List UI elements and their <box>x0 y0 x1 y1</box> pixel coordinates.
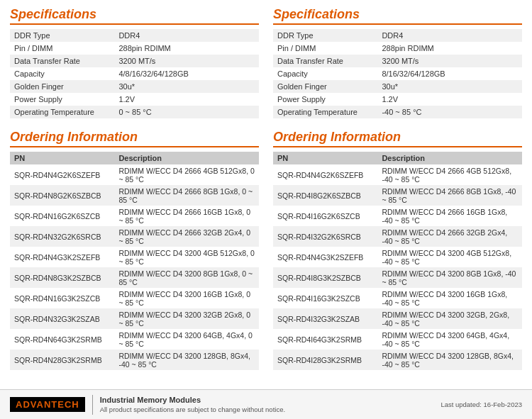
table-row: SQR-RD4I8G3K2SZBCBRDIMM W/ECC D4 3200 8G… <box>273 267 522 288</box>
table-row: Operating Temperature0 ~ 85 °C <box>10 106 259 118</box>
table-row: SQR-RD4N8G2K6SZBCBRDIMM W/ECC D4 2666 8G… <box>10 185 259 206</box>
right-order-title: Ordering Information <box>273 130 522 147</box>
order-desc: RDIMM W/ECC D4 3200 64GB, 4Gx4, 0 ~ 85 °… <box>114 329 259 350</box>
footer-divider <box>92 395 93 415</box>
table-row: SQR-RD4N4G3K2SZEFBRDIMM W/ECC D4 3200 4G… <box>273 247 522 267</box>
order-pn: SQR-RD4I8G2K6SZBCB <box>273 185 377 206</box>
order-desc: RDIMM W/ECC D4 3200 4GB 512Gx8, -40 ~ 85… <box>377 247 522 267</box>
spec-value: 0 ~ 85 °C <box>114 106 259 118</box>
order-desc: RDIMM W/ECC D4 2666 8GB 1Gx8, -40 ~ 85 °… <box>377 185 522 206</box>
table-row: Golden Finger30u* <box>273 80 522 93</box>
order-desc: RDIMM W/ECC D4 2666 16GB 1Gx8, -40 ~ 85 … <box>377 206 522 226</box>
footer: ADVANTECH Industrial Memory Modules All … <box>0 389 532 419</box>
footer-updated: Last updated: 16-Feb-2023 <box>440 401 522 408</box>
order-pn: SQR-RD4I32G3K2SZAB <box>273 308 377 329</box>
order-desc: RDIMM W/ECC D4 2666 32GB 2Gx4, 0 ~ 85 °C <box>114 226 259 247</box>
footer-bottom: Industrial Memory Modules All product sp… <box>100 396 441 413</box>
order-header: Description <box>114 152 259 164</box>
left-column: Specifications DDR TypeDDR4Pin / DIMM288… <box>10 7 259 370</box>
spec-value: 30u* <box>377 80 522 93</box>
order-pn: SQR-RD4N4G2K6SZEFB <box>10 164 114 185</box>
order-desc: RDIMM W/ECC D4 3200 32GB 2Gx8, 0 ~ 85 °C <box>114 308 259 329</box>
spec-value: -40 ~ 85 °C <box>377 106 522 118</box>
table-row: SQR-RD4I16G3K2SZCBRDIMM W/ECC D4 3200 16… <box>273 288 522 308</box>
spec-value: DDR4 <box>377 29 522 42</box>
table-row: SQR-RD4N64G3K2SRMBRDIMM W/ECC D4 3200 64… <box>10 329 259 350</box>
spec-label: Power Supply <box>10 93 114 106</box>
table-row: Pin / DIMM288pin RDIMM <box>273 42 522 55</box>
left-order-table: PNDescription SQR-RD4N4G2K6SZEFBRDIMM W/… <box>10 152 259 370</box>
order-pn: SQR-RD4I8G3K2SZBCB <box>273 267 377 288</box>
footer-left: ADVANTECH Industrial Memory Modules All … <box>10 395 440 415</box>
order-pn: SQR-RD4N4G3K2SZEFB <box>273 247 377 267</box>
table-row: SQR-RD4N32G3K2SZABRDIMM W/ECC D4 3200 32… <box>10 308 259 329</box>
spec-label: Pin / DIMM <box>10 42 114 55</box>
order-desc: RDIMM W/ECC D4 3200 8GB 1Gx8, 0 ~ 85 °C <box>114 267 259 288</box>
table-row: Power Supply1.2V <box>10 93 259 106</box>
table-row: SQR-RD4N8G3K2SZBCBRDIMM W/ECC D4 3200 8G… <box>10 267 259 288</box>
spec-value: 30u* <box>114 80 259 93</box>
table-row: SQR-RD4N28G3K2SRMBRDIMM W/ECC D4 3200 12… <box>10 350 259 370</box>
spec-label: Data Transfer Rate <box>273 55 377 67</box>
spec-value: 1.2V <box>377 93 522 106</box>
order-pn: SQR-RD4N8G2K6SZBCB <box>10 185 114 206</box>
right-order-table: PNDescription SQR-RD4N4G2K6SZEFBRDIMM W/… <box>273 152 522 370</box>
order-desc: RDIMM W/ECC D4 2666 16GB 1Gx8, 0 ~ 85 °C <box>114 206 259 226</box>
spec-label: Power Supply <box>273 93 377 106</box>
table-row: SQR-RD4N32G2K6SRCBRDIMM W/ECC D4 2666 32… <box>10 226 259 247</box>
order-desc: RDIMM W/ECC D4 3200 64GB, 4Gx4, -40 ~ 85… <box>377 329 522 350</box>
order-header: Description <box>377 152 522 164</box>
advantech-logo: ADVANTECH <box>10 397 85 412</box>
table-row: Pin / DIMM288pin RDIMM <box>10 42 259 55</box>
order-pn: SQR-RD4N16G3K2SZCB <box>10 288 114 308</box>
order-pn: SQR-RD4N32G2K6SRCB <box>10 226 114 247</box>
spec-label: Golden Finger <box>10 80 114 93</box>
order-desc: RDIMM W/ECC D4 2666 32GB 2Gx4, -40 ~ 85 … <box>377 226 522 247</box>
spec-value: 288pin RDIMM <box>377 42 522 55</box>
spec-value: 288pin RDIMM <box>114 42 259 55</box>
left-spec-title: Specifications <box>10 7 259 25</box>
order-pn: SQR-RD4N8G3K2SZBCB <box>10 267 114 288</box>
right-spec-table: DDR TypeDDR4Pin / DIMM288pin RDIMMData T… <box>273 29 522 118</box>
footer-tagline: Industrial Memory Modules <box>100 396 441 404</box>
order-desc: RDIMM W/ECC D4 3200 16GB 1Gx8, 0 ~ 85 °C <box>114 288 259 308</box>
order-header: PN <box>273 152 377 164</box>
table-row: SQR-RD4I32G3K2SZABRDIMM W/ECC D4 3200 32… <box>273 308 522 329</box>
spec-label: Operating Temperature <box>10 106 114 118</box>
table-row: SQR-RD4N16G3K2SZCBRDIMM W/ECC D4 3200 16… <box>10 288 259 308</box>
spec-label: Capacity <box>10 67 114 80</box>
spec-label: Golden Finger <box>273 80 377 93</box>
order-pn: SQR-RD4N4G3K2SZEFB <box>10 247 114 267</box>
table-row: Golden Finger30u* <box>10 80 259 93</box>
order-pn: SQR-RD4N16G2K6SZCB <box>10 206 114 226</box>
order-pn: SQR-RD4I16G3K2SZCB <box>273 288 377 308</box>
order-desc: RDIMM W/ECC D4 2666 4GB 512Gx8, -40 ~ 85… <box>377 164 522 185</box>
brand-accent: AD <box>16 399 31 410</box>
spec-label: DDR Type <box>10 29 114 42</box>
table-row: SQR-RD4I32G2K6SRCBRDIMM W/ECC D4 2666 32… <box>273 226 522 247</box>
spec-label: Capacity <box>273 67 377 80</box>
spec-value: 8/16/32/64/128GB <box>377 67 522 80</box>
order-pn: SQR-RD4N4G2K6SZEFB <box>273 164 377 185</box>
order-pn: SQR-RD4N64G3K2SRMB <box>10 329 114 350</box>
spec-value: 3200 MT/s <box>114 55 259 67</box>
order-desc: RDIMM W/ECC D4 2666 4GB 512Gx8, 0 ~ 85 °… <box>114 164 259 185</box>
table-row: Data Transfer Rate3200 MT/s <box>273 55 522 67</box>
order-pn: SQR-RD4I64G3K2SRMB <box>273 329 377 350</box>
left-spec-table: DDR TypeDDR4Pin / DIMM288pin RDIMMData T… <box>10 29 259 118</box>
table-row: DDR TypeDDR4 <box>10 29 259 42</box>
table-row: SQR-RD4N16G2K6SZCBRDIMM W/ECC D4 2666 16… <box>10 206 259 226</box>
spec-label: Operating Temperature <box>273 106 377 118</box>
table-row: SQR-RD4I64G3K2SRMBRDIMM W/ECC D4 3200 64… <box>273 329 522 350</box>
order-header: PN <box>10 152 114 164</box>
spec-label: DDR Type <box>273 29 377 42</box>
table-row: Operating Temperature-40 ~ 85 °C <box>273 106 522 118</box>
table-row: DDR TypeDDR4 <box>273 29 522 42</box>
table-row: SQR-RD4N4G3K2SZEFBRDIMM W/ECC D4 3200 4G… <box>10 247 259 267</box>
spec-label: Data Transfer Rate <box>10 55 114 67</box>
table-row: Data Transfer Rate3200 MT/s <box>10 55 259 67</box>
order-pn: SQR-RD4I16G2K6SZCB <box>273 206 377 226</box>
right-column: Specifications DDR TypeDDR4Pin / DIMM288… <box>273 7 522 370</box>
table-row: SQR-RD4I16G2K6SZCBRDIMM W/ECC D4 2666 16… <box>273 206 522 226</box>
order-pn: SQR-RD4N28G3K2SRMB <box>10 350 114 370</box>
